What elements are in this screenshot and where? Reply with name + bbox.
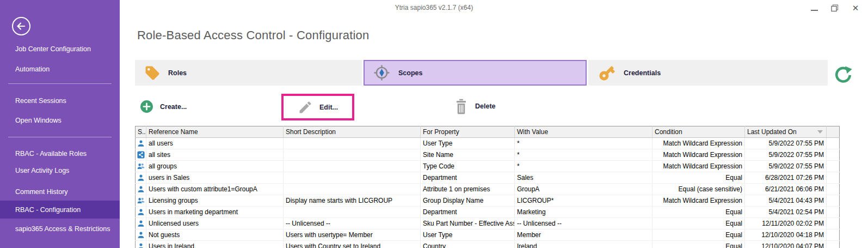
table-row[interactable]: Licensing groupsDisplay name starts with… [136, 195, 840, 207]
back-button[interactable] [11, 16, 32, 39]
reference-name-cell: Users in marketing department [146, 207, 284, 218]
column-header-for-property[interactable]: For Property [421, 126, 515, 138]
table-row[interactable]: Users in IrelandUsers with Country set t… [136, 241, 840, 248]
filler-cell [827, 184, 840, 195]
reference-name-cell: Not guests [146, 229, 284, 241]
row-type-cell [136, 184, 146, 195]
tab-scopes[interactable]: Scopes [364, 60, 587, 86]
with-value-cell: * [515, 138, 652, 149]
sidebar-item-user-activity-logs[interactable]: User Activity Logs [15, 166, 69, 175]
column-header-selection[interactable]: S... [136, 126, 146, 138]
short-description-cell: -- Unlicensed -- [284, 218, 421, 229]
sidebar-item-job-center-configuration[interactable]: Job Center Configuration [15, 45, 91, 53]
condition-cell: Match Wildcard Expression [652, 195, 745, 207]
table-row[interactable]: Not guestsUsers with usertype= MemberUse… [136, 229, 840, 241]
condition-cell: Equal [652, 172, 745, 184]
tab-roles[interactable]: Roles [135, 60, 362, 86]
tag-icon [144, 65, 161, 81]
restore-button[interactable] [831, 4, 839, 12]
short-description-cell [284, 184, 421, 195]
last-updated-cell: 12/10/2020 04:07 PM [745, 241, 827, 248]
key-icon [598, 64, 616, 82]
user-icon [137, 140, 145, 147]
filler-cell [827, 229, 840, 241]
tab-label: Credentials [624, 69, 661, 77]
table-row[interactable]: all groupsType Code*Match Wildcard Expre… [136, 161, 840, 172]
column-header-with-value[interactable]: With Value [515, 126, 652, 138]
last-updated-cell: 12/11/2020 02:02 PM [745, 218, 827, 229]
short-description-cell [284, 207, 421, 218]
table-row[interactable]: Unlicensed users-- Unlicensed --Sku Part… [136, 218, 840, 229]
refresh-button[interactable] [833, 65, 853, 87]
table-row[interactable]: all usersUser Type*Match Wildcard Expres… [136, 138, 840, 149]
window-controls: ✕ [810, 4, 859, 12]
last-updated-cell: 5/4/2021 04:43 PM [745, 195, 827, 207]
filler-cell [827, 207, 840, 218]
create-button[interactable]: Create... [140, 100, 187, 113]
last-updated-cell: 6/28/2021 07:26 PM [745, 172, 827, 184]
filler-cell [827, 149, 840, 161]
condition-cell: Match Wildcard Expression [652, 138, 745, 149]
edit-button[interactable]: Edit... [298, 100, 338, 115]
filler-cell [827, 161, 840, 172]
row-type-cell [136, 207, 146, 218]
window-title: Ytria sapio365 v2.1.7 (x64) [0, 4, 868, 11]
filler-cell [827, 172, 840, 184]
table-row[interactable]: all sitesSite Name*Match Wildcard Expres… [136, 149, 840, 161]
reference-name-cell: Licensing groups [146, 195, 284, 207]
last-updated-cell: 5/9/2022 07:55 PM [745, 149, 827, 161]
pencil-icon [298, 100, 313, 115]
minimize-button[interactable] [810, 4, 818, 12]
sidebar-item-label: RBAC - Configuration [15, 206, 81, 214]
for-property-cell: Type Code [421, 161, 515, 172]
sidebar: Job Center Configuration Automation Rece… [0, 0, 120, 248]
row-type-cell [136, 241, 146, 248]
reference-name-cell: all users [146, 138, 284, 149]
user-icon [137, 174, 145, 182]
sidebar-item-comment-history[interactable]: Comment History [15, 187, 68, 196]
minimize-icon [811, 10, 818, 11]
close-button[interactable]: ✕ [852, 4, 859, 12]
scope-target-icon [373, 64, 391, 82]
short-description-cell: Users with Country set to Ireland [284, 241, 421, 248]
table-row[interactable]: users in SalesDepartmentSalesEqual6/28/2… [136, 172, 840, 184]
for-property-cell: Sku Part Number - Effective Assi [421, 218, 515, 229]
filler-cell [827, 241, 840, 248]
column-header-short-description[interactable]: Short Description [284, 126, 421, 138]
short-description-cell: Users with usertype= Member [284, 229, 421, 241]
filler-cell [827, 195, 840, 207]
tab-label: Scopes [398, 69, 422, 77]
tab-credentials[interactable]: Credentials [588, 60, 828, 86]
column-header-condition[interactable]: Condition [652, 126, 745, 138]
restore-icon [831, 4, 839, 12]
sidebar-item-open-windows[interactable]: Open Windows [15, 116, 61, 125]
condition-cell: Equal [652, 241, 745, 248]
table-row[interactable]: Users with custom attribute1=GroupAAttri… [136, 184, 840, 195]
column-header-reference-name[interactable]: Reference Name [146, 126, 284, 138]
sidebar-item-recent-sessions[interactable]: Recent Sessions [15, 96, 66, 105]
sidebar-item-rbac-configuration[interactable]: RBAC - Configuration [0, 201, 120, 219]
table-body: all usersUser Type*Match Wildcard Expres… [136, 138, 840, 248]
short-description-cell [284, 138, 421, 149]
with-value-cell: -- Unlicensed -- [515, 218, 652, 229]
table-header-row: S... Reference Name Short Description Fo… [136, 126, 840, 138]
reference-name-cell: all groups [146, 161, 284, 172]
sidebar-item-sapio365-access-restrictions[interactable]: sapio365 Access & Restrictions [15, 225, 110, 233]
for-property-cell: Country [421, 241, 515, 248]
filler-cell [827, 138, 840, 149]
sidebar-item-automation[interactable]: Automation [15, 65, 50, 74]
filler-cell [827, 218, 840, 229]
sidebar-item-rbac-available-roles[interactable]: RBAC - Available Roles [15, 149, 87, 158]
reference-name-cell: Users in Ireland [146, 241, 284, 248]
condition-cell: Equal (case sensitive) [652, 184, 745, 195]
condition-cell: Equal [652, 218, 745, 229]
refresh-icon [833, 65, 853, 84]
table-row[interactable]: Users in marketing departmentDepartmentM… [136, 207, 840, 218]
short-description-cell [284, 161, 421, 172]
with-value-cell: Member [515, 229, 652, 241]
column-header-last-updated-on[interactable]: Last Updated On [745, 126, 827, 138]
row-type-cell [136, 229, 146, 241]
condition-cell: Match Wildcard Expression [652, 161, 745, 172]
for-property-cell: Group Display Name [421, 195, 515, 207]
delete-button[interactable]: Delete [454, 98, 496, 114]
